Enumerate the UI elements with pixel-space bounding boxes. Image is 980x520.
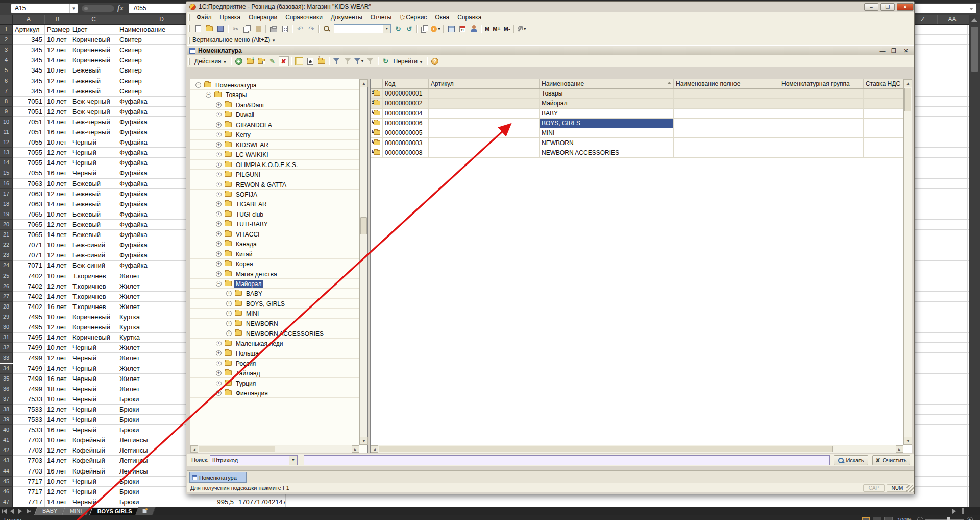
column-header-6[interactable]: Ставка НДС (864, 79, 903, 88)
tree-item[interactable]: +GIRANDOLA (190, 120, 359, 130)
excel-cell[interactable]: 7703 (13, 466, 45, 477)
new-document-icon[interactable] (193, 23, 203, 34)
scroll-down-icon[interactable]: ▼ (360, 437, 368, 445)
copy-icon[interactable] (242, 23, 252, 34)
menu-item-отчеты[interactable]: Отчеты (366, 12, 396, 23)
excel-cell[interactable]: 12 лет (45, 250, 70, 261)
tree-vertical-scrollbar[interactable]: ▲ ▼ (359, 79, 368, 445)
excel-cell[interactable]: 7071 (13, 250, 45, 261)
zoom-slider-handle[interactable] (947, 517, 950, 520)
excel-cell[interactable]: Черный (70, 405, 117, 415)
row-number[interactable]: 16 (0, 179, 13, 189)
excel-cell[interactable]: 1707717042147 (236, 497, 286, 507)
excel-cell[interactable]: Бежевый (70, 65, 117, 76)
excel-cell[interactable]: Бежевый (70, 86, 117, 97)
tree-item[interactable]: +TIGABEAR (190, 199, 359, 209)
expand-icon[interactable]: + (216, 112, 222, 117)
collapse-icon[interactable]: − (216, 281, 222, 287)
collapse-icon[interactable]: − (195, 82, 201, 88)
expand-icon[interactable]: + (226, 301, 232, 306)
excel-cell[interactable]: 14 лет (45, 415, 70, 425)
excel-sheet-tab-bar[interactable]: BABYMINIBOYS GIRLS (0, 507, 980, 515)
row-number[interactable]: 32 (0, 343, 13, 353)
excel-cell[interactable]: 14 лет (45, 497, 70, 507)
excel-cell[interactable]: Кофейный (70, 435, 117, 445)
row-number[interactable]: 29 (0, 312, 13, 322)
refresh-icon[interactable]: ↻ (381, 56, 391, 66)
excel-cell[interactable]: 7499 (13, 353, 45, 363)
expand-icon[interactable]: + (216, 271, 222, 277)
excel-cell[interactable]: 12 лет (45, 45, 70, 55)
row-number[interactable]: 12 (0, 137, 13, 148)
excel-cell[interactable]: 16 лет (45, 466, 70, 477)
filter-icon[interactable] (332, 56, 342, 66)
expand-icon[interactable]: + (216, 142, 222, 148)
excel-cell[interactable]: 10 лет (45, 271, 70, 281)
chevron-down-icon[interactable]: ▼ (383, 25, 390, 33)
excel-cell[interactable]: 18 лет (45, 384, 70, 394)
tree-item[interactable]: +OLIMPIA K.O.D.E.K.S. (190, 160, 359, 170)
table-row[interactable]: ↳00000000003NEWBORN (371, 138, 903, 148)
excel-cell[interactable]: Бежевый (70, 230, 117, 240)
expand-icon[interactable]: + (216, 241, 222, 247)
name-cell[interactable]: Майорал (540, 99, 674, 108)
excel-cell[interactable]: 14 лет (45, 456, 70, 466)
excel-cell[interactable]: Беж-черный (70, 107, 117, 117)
tree-item[interactable]: +Финляндия (190, 388, 359, 398)
menu-item-операции[interactable]: Операции (244, 12, 281, 23)
scrollbar-thumb[interactable] (360, 217, 367, 234)
excel-cell[interactable]: 10 лет (45, 477, 70, 487)
row-number[interactable]: 21 (0, 230, 13, 240)
excel-cell[interactable]: 7703 (13, 435, 45, 445)
excel-cell[interactable]: 16 лет (45, 425, 70, 435)
close-button[interactable]: × (897, 3, 914, 11)
actions-button[interactable]: Действия▼ (192, 57, 229, 65)
info-icon[interactable]: i▼ (431, 23, 441, 34)
scroll-up-icon[interactable]: ▲ (904, 79, 912, 87)
excel-cell[interactable]: Черный (70, 353, 117, 363)
cell[interactable] (674, 99, 779, 108)
name-cell[interactable]: BABY (540, 109, 674, 119)
find-previous-icon[interactable]: ↺ (404, 23, 414, 34)
excel-cell[interactable]: 7065 (13, 209, 45, 220)
cell[interactable] (779, 128, 864, 138)
expand-icon[interactable]: + (216, 251, 222, 257)
excel-cell[interactable]: Коричневый (70, 35, 117, 45)
excel-cell[interactable]: 995,5 (206, 497, 236, 507)
scrollbar-thumb[interactable] (904, 88, 911, 111)
excel-cell[interactable]: 345 (13, 86, 45, 97)
column-header-4[interactable]: Наименование полное (674, 79, 779, 88)
tree-item[interactable]: +TUGI club (190, 209, 359, 219)
catalog-table-panel[interactable]: КодАртикулНаименованиеНаименование полно… (370, 79, 912, 453)
cell[interactable] (779, 99, 864, 108)
tools-icon[interactable]: ▼ (517, 23, 527, 34)
row-number[interactable]: 45 (0, 477, 13, 487)
tree-item[interactable]: +NEWBORN (190, 319, 359, 328)
expand-icon[interactable]: + (216, 201, 222, 207)
excel-cell[interactable]: Коричневый (70, 333, 117, 343)
excel-cell[interactable]: Черный (70, 477, 117, 487)
cell[interactable] (674, 148, 779, 158)
excel-cell[interactable]: Беж-синий (70, 261, 117, 271)
cell[interactable] (779, 89, 864, 99)
column-header-3[interactable]: Наименование (540, 79, 674, 88)
window-tab-nomenklatura[interactable]: Номенклатура (189, 472, 247, 483)
excel-cell[interactable]: 10 лет (45, 65, 70, 76)
menu-item-окна[interactable]: Окна (431, 12, 453, 23)
first-sheet-button[interactable] (2, 508, 9, 514)
vertical-menu-bar[interactable]: Вертикальное меню (Alt+Z)▼ (187, 35, 914, 45)
row-number[interactable]: 17 (0, 189, 13, 199)
excel-cell[interactable]: Черный (70, 425, 117, 435)
excel-cell[interactable]: Черный (70, 384, 117, 394)
catalog-window-title-bar[interactable]: Номенклатура — ❒ ✕ (187, 45, 914, 55)
sheet-tab-mini[interactable]: MINI (62, 507, 90, 515)
menu-item-правка[interactable]: Правка (216, 12, 245, 23)
tree-item[interactable]: +NEWBORN ACCESSORIES (190, 328, 359, 338)
excel-cell[interactable]: Черный (70, 343, 117, 353)
table-row[interactable]: ↳00000000005MINI (371, 128, 903, 138)
cell[interactable] (864, 89, 903, 99)
expand-icon[interactable]: + (216, 132, 222, 137)
excel-cell[interactable]: 12 лет (45, 487, 70, 497)
add-item-icon[interactable]: + (234, 56, 244, 66)
excel-cell[interactable]: 14 лет (45, 199, 70, 209)
